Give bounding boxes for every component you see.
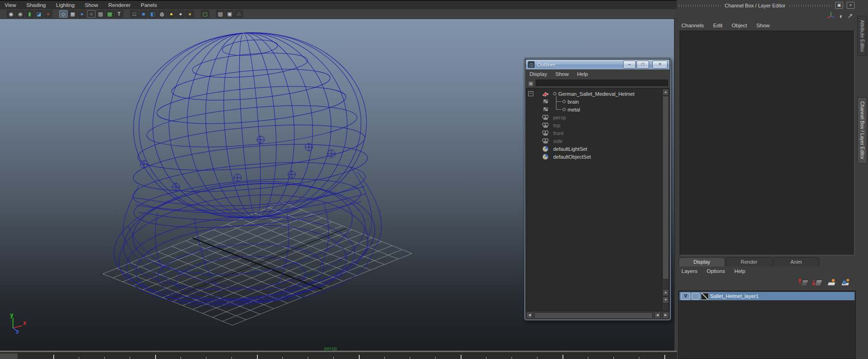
layer-menu-help[interactable]: Help: [734, 268, 745, 274]
scroll-up-button[interactable]: ▲: [662, 89, 669, 96]
create-layer-from-selected-icon[interactable]: [840, 278, 851, 288]
smooth-shade-icon[interactable]: ●: [78, 10, 86, 18]
outliner-search-input[interactable]: [536, 80, 668, 87]
outliner-tree[interactable]: ▲ ▲ ▼ German_Sallet_Medieval_Helmet–brai…: [526, 88, 669, 311]
outliner-horizontal-scrollbar[interactable]: ◀ ◀ ▶: [526, 312, 669, 319]
channel-box-menu-channels[interactable]: Channels: [681, 23, 704, 28]
layer-visibility-toggle[interactable]: V: [681, 293, 690, 300]
scroll-up-button-bottom[interactable]: ▲: [662, 289, 669, 296]
layer-menu-options[interactable]: Options: [707, 268, 725, 274]
move-layer-up-icon[interactable]: [798, 278, 809, 288]
layer-editor-tabs: DisplayRenderAnim: [679, 257, 819, 266]
create-empty-layer-icon[interactable]: [826, 278, 837, 288]
layer-tab-display[interactable]: Display: [679, 257, 725, 266]
tree-row-side[interactable]: side: [526, 137, 658, 145]
contrast-toggle-icon[interactable]: ◐: [839, 12, 843, 20]
layer-tab-anim[interactable]: Anim: [773, 257, 819, 266]
layer-tab-render[interactable]: Render: [726, 257, 772, 266]
outlined-cube-icon-glyph: ◧: [150, 12, 155, 17]
outliner-window[interactable]: ◫ Outliner – □ × DisplayShowHelp ▣ ▲ ▲ ▼…: [525, 58, 671, 320]
channel-box-icon-row: ◐ ↗: [677, 11, 856, 21]
layer-list[interactable]: VSallet_Helmet_layer1: [678, 291, 856, 359]
camera-attributes-icon[interactable]: ◉: [16, 10, 25, 18]
menu-lighting[interactable]: Lighting: [56, 2, 75, 8]
toolbar-separator: [55, 11, 58, 18]
isolate-select-icon[interactable]: ▢: [201, 10, 209, 18]
channel-box-content[interactable]: [680, 31, 855, 255]
xray-active-components-icon[interactable]: ▣: [225, 10, 234, 18]
channel-box-menu-object[interactable]: Object: [731, 23, 747, 28]
tree-row-persp[interactable]: persp: [526, 113, 658, 121]
float-panel-button[interactable]: ▣: [835, 2, 843, 9]
use-all-lights-icon[interactable]: ●: [167, 10, 175, 18]
tree-row-defaultObjectSet[interactable]: defaultObjectSet: [526, 153, 658, 161]
flat-shade-icon[interactable]: ○: [87, 10, 95, 18]
menu-renderer[interactable]: Renderer: [108, 2, 131, 8]
maximize-button[interactable]: □: [637, 61, 649, 68]
bookmark-icon[interactable]: ▮: [25, 10, 34, 18]
drag-grip[interactable]: [679, 5, 721, 7]
side-tab-channel-box-layer-editor[interactable]: Channel Box / Layer Editor: [857, 97, 867, 164]
tree-row-metal[interactable]: metal: [526, 105, 658, 113]
move-layer-down-icon[interactable]: [812, 278, 823, 288]
select-camera-icon[interactable]: ◉: [7, 10, 15, 18]
outliner-menu-bar: DisplayShowHelp: [526, 69, 669, 79]
outliner-titlebar[interactable]: ◫ Outliner – □ ×: [526, 60, 669, 69]
close-button[interactable]: ×: [652, 61, 668, 68]
wireframe-on-shaded-icon[interactable]: ▨: [96, 10, 105, 18]
tree-row-front[interactable]: front: [526, 129, 658, 137]
outliner-menu-help[interactable]: Help: [577, 71, 588, 77]
channel-box-menu-show[interactable]: Show: [756, 23, 770, 28]
layer-color-swatch[interactable]: [701, 293, 709, 300]
minimize-button[interactable]: –: [623, 61, 636, 68]
plugin-display-filters-icon[interactable]: ∴: [235, 10, 243, 18]
selected-lights-icon[interactable]: ●: [186, 10, 194, 18]
tree-row-brain[interactable]: brain: [526, 98, 658, 105]
default-material-icon[interactable]: □: [130, 10, 138, 18]
scroll-thumb[interactable]: [662, 96, 669, 279]
window-resize-grip[interactable]: [551, 319, 644, 322]
layer-display-type-toggle[interactable]: [692, 293, 699, 300]
expand-collapse-toggle[interactable]: –: [528, 91, 533, 96]
pointer-arrow-icon[interactable]: ↗: [847, 12, 853, 19]
scroll-left-button-2[interactable]: ◀: [654, 312, 661, 319]
menu-show[interactable]: Show: [85, 2, 98, 8]
menu-shading[interactable]: Shading: [26, 2, 46, 8]
drag-grip[interactable]: [789, 5, 831, 7]
channel-box-menu-edit[interactable]: Edit: [713, 23, 723, 28]
time-slider-start-widget[interactable]: [0, 353, 18, 359]
checker-sphere-icon[interactable]: ◍: [158, 10, 166, 18]
layer-row[interactable]: VSallet_Helmet_layer1: [680, 292, 855, 300]
outliner-menu-show[interactable]: Show: [556, 71, 569, 77]
outliner-menu-display[interactable]: Display: [530, 71, 547, 77]
close-panel-button[interactable]: ×: [847, 2, 855, 9]
outliner-vertical-scrollbar[interactable]: ▲ ▲ ▼: [662, 88, 668, 311]
wireframe-mode-icon[interactable]: ◇: [59, 10, 68, 18]
time-slider[interactable]: [0, 351, 677, 359]
scroll-down-button[interactable]: ▼: [662, 297, 669, 303]
timeline-tick: [435, 357, 436, 359]
tree-row-top[interactable]: top: [526, 121, 658, 129]
scroll-left-button[interactable]: ◀: [526, 312, 533, 319]
tree-row-German_Sallet_Medieval_Helmet[interactable]: German_Sallet_Medieval_Helmet: [526, 90, 658, 98]
pan-zoom-tool-icon[interactable]: +: [44, 10, 52, 18]
outlined-cube-icon[interactable]: ◧: [149, 10, 157, 18]
menu-view[interactable]: View: [5, 2, 16, 8]
textured-mode-icon[interactable]: ▩: [106, 10, 114, 18]
panel-titlebar[interactable]: Channel Box / Layer Editor ▣ ×: [677, 0, 856, 11]
tree-label: top: [553, 123, 560, 128]
scroll-right-button[interactable]: ▶: [662, 312, 669, 319]
default-light-icon[interactable]: ●: [176, 10, 185, 18]
filter-icon[interactable]: ▣: [527, 80, 534, 87]
hscroll-thumb[interactable]: [534, 312, 653, 319]
side-tab-attribute-editor[interactable]: Attribute Editor: [857, 16, 867, 56]
tree-row-defaultLightSet[interactable]: defaultLightSet: [526, 145, 658, 153]
shaded-cube-icon[interactable]: ■: [139, 10, 148, 18]
layer-menu-layers[interactable]: Layers: [681, 268, 698, 274]
xray-cube-icon[interactable]: ▧: [216, 10, 225, 18]
textured-text-icon[interactable]: T: [115, 10, 123, 18]
axis-tripod-icon[interactable]: [826, 12, 836, 20]
image-plane-icon[interactable]: ◪: [35, 10, 43, 18]
shade-all-icon[interactable]: ▦: [69, 10, 77, 18]
menu-panels[interactable]: Panels: [141, 2, 157, 8]
